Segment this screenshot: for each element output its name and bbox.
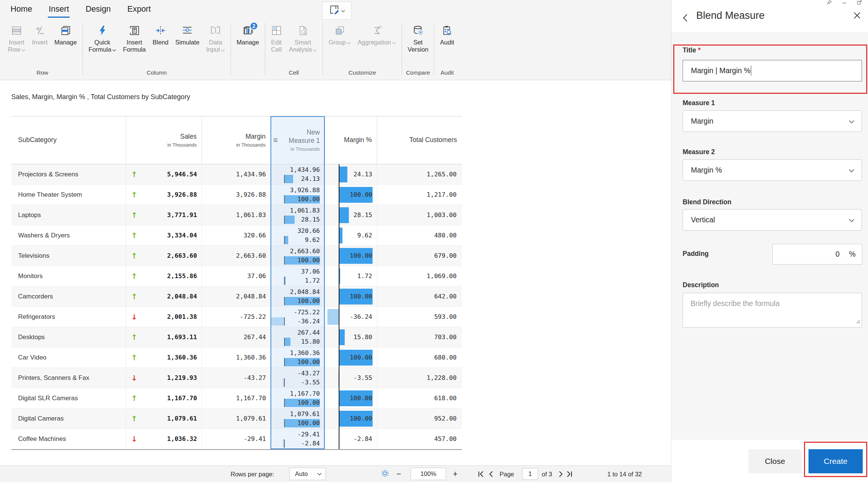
subcategory-cell[interactable]: Home Theater System (11, 185, 126, 205)
margin-pct-cell[interactable]: 100.00 (325, 388, 377, 408)
sales-cell[interactable]: ↑1,693.11 (126, 327, 202, 347)
margin-cell[interactable]: 1,167.70 (202, 388, 270, 408)
total-customers-cell[interactable]: 618.00 (377, 388, 462, 408)
total-customers-cell[interactable]: 1,228.00 (377, 368, 462, 388)
total-customers-cell[interactable]: 1,069.00 (377, 266, 462, 286)
tab-export[interactable]: Export (127, 4, 151, 18)
margin-cell[interactable]: 320.66 (202, 225, 270, 245)
sales-cell[interactable]: ↑3,926.88 (126, 185, 202, 205)
subcategory-cell[interactable]: Monitors (11, 266, 126, 286)
new-measure-cell[interactable]: 2,048.84100.00 (270, 286, 325, 306)
margin-pct-cell[interactable]: 100.00 (325, 185, 377, 205)
margin-pct-cell[interactable]: 24.13 (325, 164, 377, 184)
drag-handle-icon[interactable]: ≡ (273, 136, 278, 145)
sales-cell[interactable]: ↓1,219.93 (126, 368, 202, 388)
margin-pct-cell[interactable]: -36.24 (325, 307, 377, 327)
title-input[interactable]: Margin | Margin % (683, 60, 862, 81)
rows-per-page-select[interactable]: Auto (289, 468, 326, 480)
zoom-out-button[interactable]: − (396, 469, 401, 479)
new-measure-cell[interactable]: 37.061.72 (270, 266, 325, 286)
subcategory-cell[interactable]: Televisions (11, 246, 126, 266)
margin-pct-cell[interactable]: 100.00 (325, 347, 377, 367)
sales-cell[interactable]: ↑1,360.36 (126, 347, 202, 367)
total-customers-cell[interactable]: 480.00 (377, 225, 462, 245)
ribbon-manage-columns-button[interactable]: 2Manage (233, 22, 263, 46)
page-input[interactable]: 1 (522, 468, 538, 480)
margin-pct-cell[interactable]: -2.84 (325, 429, 377, 449)
ribbon-manage-rows-button[interactable]: Manage (51, 22, 80, 46)
margin-cell[interactable]: 267.44 (202, 327, 270, 347)
ribbon-set-version-button[interactable]: SetVersion (404, 22, 432, 53)
subcategory-cell[interactable]: Digital Cameras (11, 409, 126, 428)
margin-cell[interactable]: 3,926.88 (202, 185, 270, 205)
edit-mode-button[interactable] (322, 2, 351, 20)
sales-cell[interactable]: ↑2,155.86 (126, 266, 202, 286)
margin-pct-cell[interactable]: 100.00 (325, 246, 377, 266)
margin-cell[interactable]: 37.06 (202, 266, 270, 286)
prev-page-button[interactable] (488, 471, 494, 477)
create-button[interactable]: Create (808, 449, 863, 473)
margin-cell[interactable]: 1,061.83 (202, 205, 270, 225)
sales-cell[interactable]: ↑2,048.84 (126, 286, 202, 306)
settings-gear-icon[interactable] (381, 469, 390, 479)
sales-cell[interactable]: ↑1,167.70 (126, 388, 202, 408)
margin-cell[interactable]: 1,434.96 (202, 164, 270, 184)
margin-cell[interactable]: 1,079.61 (202, 409, 270, 428)
pin-icon[interactable] (827, 0, 832, 6)
sales-cell[interactable]: ↑2,663.60 (126, 246, 202, 266)
ribbon-quick-formula-button[interactable]: QuickFormula (85, 22, 120, 53)
margin-pct-cell[interactable]: 1.72 (325, 266, 377, 286)
description-textarea[interactable]: Briefly describe the formula (683, 293, 862, 327)
margin-pct-cell[interactable]: 100.00 (325, 409, 377, 428)
zoom-in-button[interactable]: + (453, 469, 458, 479)
ribbon-audit-button[interactable]: Audit (437, 22, 458, 46)
column-header-sales[interactable]: Sales in Thousands (126, 116, 202, 164)
ribbon-insert-formula-button[interactable]: InsertFormula (119, 22, 149, 53)
ribbon-edit-cell-button[interactable]: EditCell (267, 22, 286, 53)
column-header-total-customers[interactable]: Total Customers (377, 116, 462, 164)
subcategory-cell[interactable]: Digital SLR Cameras (11, 388, 126, 408)
new-measure-cell[interactable]: 320.669.62 (270, 225, 325, 245)
new-measure-cell[interactable]: -29.41-2.84 (270, 429, 325, 449)
padding-input[interactable]: 0 % (772, 244, 862, 265)
total-customers-cell[interactable]: 952.00 (377, 409, 462, 428)
sales-cell[interactable]: ↑5,946.54 (126, 164, 202, 184)
new-measure-cell[interactable]: 1,360.36100.00 (270, 347, 325, 367)
ribbon-insert-row-button[interactable]: InsertRow (5, 22, 29, 53)
close-button[interactable]: Close (748, 449, 802, 473)
margin-pct-cell[interactable]: 9.62 (325, 225, 377, 245)
tab-home[interactable]: Home (10, 4, 33, 18)
margin-pct-cell[interactable]: 15.80 (325, 327, 377, 347)
margin-pct-cell[interactable]: -3.55 (325, 368, 377, 388)
sales-cell[interactable]: ↑1,079.61 (126, 409, 202, 428)
column-header-margin[interactable]: Margin in Thousands (202, 116, 270, 164)
new-measure-cell[interactable]: 1,167.70100.00 (270, 388, 325, 408)
new-measure-cell[interactable]: -725.22-36.24 (270, 307, 325, 327)
subcategory-cell[interactable]: Projectors & Screens (11, 164, 126, 184)
new-measure-cell[interactable]: -43.27-3.55 (270, 368, 325, 388)
total-customers-cell[interactable]: 1,003.00 (377, 205, 462, 225)
sales-cell[interactable]: ↑3,334.04 (126, 225, 202, 245)
subcategory-cell[interactable]: Car Video (11, 347, 126, 367)
popout-icon[interactable] (857, 0, 862, 6)
new-measure-cell[interactable]: 1,434.9624.13 (270, 164, 325, 184)
ribbon-aggregation-button[interactable]: Aggregation (354, 22, 399, 46)
new-measure-cell[interactable]: 1,079.61100.00 (270, 409, 325, 428)
margin-cell[interactable]: -29.41 (202, 429, 270, 449)
blend-direction-select[interactable]: Vertical (683, 209, 862, 231)
total-customers-cell[interactable]: 680.00 (377, 347, 462, 367)
sales-cell[interactable]: ↑3,771.91 (126, 205, 202, 225)
margin-pct-cell[interactable]: 100.00 (325, 286, 377, 306)
total-customers-cell[interactable]: 457.00 (377, 429, 462, 449)
zoom-level[interactable]: 100% (411, 468, 446, 480)
subcategory-cell[interactable]: Camcorders (11, 286, 126, 306)
subcategory-cell[interactable]: Coffee Machines (11, 429, 126, 449)
column-header-margin-pct[interactable]: Margin % (325, 116, 377, 164)
subcategory-cell[interactable]: Laptops (11, 205, 126, 225)
margin-cell[interactable]: 1,360.36 (202, 347, 270, 367)
total-customers-cell[interactable]: 679.00 (377, 246, 462, 266)
total-customers-cell[interactable]: 703.00 (377, 327, 462, 347)
close-icon[interactable] (853, 11, 861, 21)
sales-cell[interactable]: ↓2,001.38 (126, 307, 202, 327)
first-page-button[interactable] (478, 471, 484, 477)
